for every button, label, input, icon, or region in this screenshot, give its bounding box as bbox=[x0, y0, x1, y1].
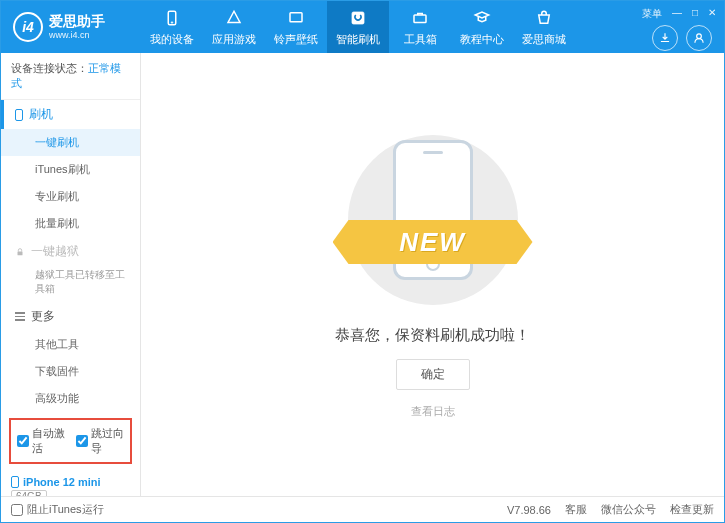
sidebar: 设备连接状态：正常模式 刷机 一键刷机 iTunes刷机 专业刷机 批量刷机 一… bbox=[1, 53, 141, 496]
titlebar: i4 爱思助手 www.i4.cn 我的设备 应用游戏 铃声壁纸 智能刷机 bbox=[1, 1, 724, 53]
logo-icon: i4 bbox=[13, 12, 43, 42]
conn-label: 设备连接状态： bbox=[11, 62, 88, 74]
app-title: 爱思助手 bbox=[49, 13, 105, 30]
service-link[interactable]: 客服 bbox=[565, 502, 587, 517]
nav-label: 工具箱 bbox=[404, 32, 437, 47]
nav-label: 应用游戏 bbox=[212, 32, 256, 47]
nav-my-device[interactable]: 我的设备 bbox=[141, 1, 203, 53]
sidebar-header-flash[interactable]: 刷机 bbox=[1, 100, 140, 129]
main-content: NEW 恭喜您，保资料刷机成功啦！ 确定 查看日志 bbox=[141, 53, 724, 496]
app-window: i4 爱思助手 www.i4.cn 我的设备 应用游戏 铃声壁纸 智能刷机 bbox=[0, 0, 725, 523]
sidebar-header-more[interactable]: 更多 bbox=[1, 302, 140, 331]
app-subtitle: www.i4.cn bbox=[49, 30, 105, 41]
device-info[interactable]: iPhone 12 mini 64GB Down-12mini-13,1 bbox=[1, 470, 140, 496]
apps-icon bbox=[224, 8, 244, 28]
nav-label: 智能刷机 bbox=[336, 32, 380, 47]
nav-label: 铃声壁纸 bbox=[274, 32, 318, 47]
logo-area: i4 爱思助手 www.i4.cn bbox=[1, 12, 141, 42]
jailbreak-note: 越狱工具已转移至工具箱 bbox=[1, 266, 140, 302]
more-icon bbox=[15, 312, 25, 321]
user-button[interactable] bbox=[686, 25, 712, 51]
maximize-button[interactable]: □ bbox=[692, 7, 698, 18]
connection-status: 设备连接状态：正常模式 bbox=[1, 53, 140, 100]
menu-button[interactable]: 菜单 bbox=[642, 7, 662, 21]
auto-activate-checkbox[interactable]: 自动激活 bbox=[17, 426, 66, 456]
new-ribbon: NEW bbox=[333, 220, 533, 264]
minimize-button[interactable]: — bbox=[672, 7, 682, 18]
block-itunes-checkbox[interactable]: 阻止iTunes运行 bbox=[11, 502, 104, 517]
svg-rect-2 bbox=[290, 12, 302, 21]
ok-button[interactable]: 确定 bbox=[396, 359, 470, 390]
device-icon bbox=[162, 8, 182, 28]
success-message: 恭喜您，保资料刷机成功啦！ bbox=[335, 326, 530, 345]
statusbar: 阻止iTunes运行 V7.98.66 客服 微信公众号 检查更新 bbox=[1, 496, 724, 522]
nav-label: 教程中心 bbox=[460, 32, 504, 47]
nav-toolbox[interactable]: 工具箱 bbox=[389, 1, 451, 53]
nav-apps-games[interactable]: 应用游戏 bbox=[203, 1, 265, 53]
svg-rect-4 bbox=[414, 15, 426, 23]
view-log-link[interactable]: 查看日志 bbox=[411, 404, 455, 419]
version-label: V7.98.66 bbox=[507, 504, 551, 516]
sidebar-item-batch-flash[interactable]: 批量刷机 bbox=[1, 210, 140, 237]
body: 设备连接状态：正常模式 刷机 一键刷机 iTunes刷机 专业刷机 批量刷机 一… bbox=[1, 53, 724, 496]
jailbreak-header-label: 一键越狱 bbox=[31, 243, 79, 260]
main-nav: 我的设备 应用游戏 铃声壁纸 智能刷机 工具箱 教程中心 bbox=[141, 1, 642, 53]
more-header-label: 更多 bbox=[31, 308, 55, 325]
flash-header-label: 刷机 bbox=[29, 106, 53, 123]
toolbox-icon bbox=[410, 8, 430, 28]
sidebar-item-advanced[interactable]: 高级功能 bbox=[1, 385, 140, 412]
nav-tutorials[interactable]: 教程中心 bbox=[451, 1, 513, 53]
wallpaper-icon bbox=[286, 8, 306, 28]
svg-point-1 bbox=[171, 21, 173, 23]
nav-ringtones[interactable]: 铃声壁纸 bbox=[265, 1, 327, 53]
flash-icon bbox=[348, 8, 368, 28]
auto-activate-label: 自动激活 bbox=[32, 426, 66, 456]
block-itunes-label: 阻止iTunes运行 bbox=[27, 502, 104, 517]
options-row: 自动激活 跳过向导 bbox=[9, 418, 132, 464]
nav-store[interactable]: 爱思商城 bbox=[513, 1, 575, 53]
download-button[interactable] bbox=[652, 25, 678, 51]
sidebar-item-itunes-flash[interactable]: iTunes刷机 bbox=[1, 156, 140, 183]
skip-guide-checkbox[interactable]: 跳过向导 bbox=[76, 426, 125, 456]
svg-point-5 bbox=[697, 34, 702, 39]
svg-rect-3 bbox=[352, 12, 364, 24]
svg-rect-6 bbox=[18, 251, 23, 255]
nav-smart-flash[interactable]: 智能刷机 bbox=[327, 1, 389, 53]
window-controls: 菜单 — □ ✕ bbox=[642, 3, 724, 21]
tutorial-icon bbox=[472, 8, 492, 28]
update-link[interactable]: 检查更新 bbox=[670, 502, 714, 517]
sidebar-header-jailbreak: 一键越狱 bbox=[1, 237, 140, 266]
nav-label: 爱思商城 bbox=[522, 32, 566, 47]
store-icon bbox=[534, 8, 554, 28]
wechat-link[interactable]: 微信公众号 bbox=[601, 502, 656, 517]
skip-guide-label: 跳过向导 bbox=[91, 426, 125, 456]
nav-label: 我的设备 bbox=[150, 32, 194, 47]
flash-header-icon bbox=[15, 109, 23, 121]
device-name-label: iPhone 12 mini bbox=[23, 476, 101, 488]
sidebar-item-pro-flash[interactable]: 专业刷机 bbox=[1, 183, 140, 210]
success-illustration: NEW bbox=[333, 130, 533, 310]
sidebar-item-other-tools[interactable]: 其他工具 bbox=[1, 331, 140, 358]
lock-icon bbox=[15, 247, 25, 257]
sidebar-item-download-fw[interactable]: 下载固件 bbox=[1, 358, 140, 385]
device-phone-icon bbox=[11, 476, 19, 488]
sidebar-item-oneclick-flash[interactable]: 一键刷机 bbox=[1, 129, 140, 156]
close-button[interactable]: ✕ bbox=[708, 7, 716, 18]
